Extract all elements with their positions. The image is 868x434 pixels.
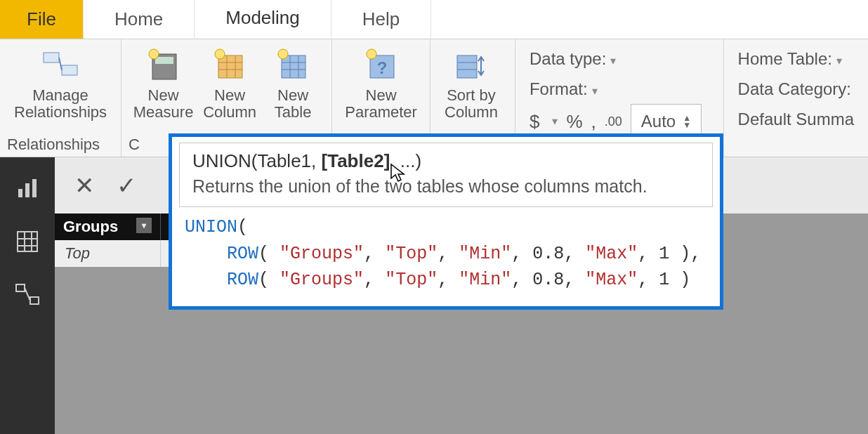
relationships-icon <box>41 45 80 84</box>
home-table-dropdown[interactable]: Home Table:▾ <box>738 44 854 74</box>
spinner-icon[interactable]: ▲▼ <box>683 114 691 129</box>
new-parameter-label: New Parameter <box>345 87 417 121</box>
new-table-label: New Table <box>275 87 312 121</box>
svg-rect-24 <box>18 189 22 197</box>
default-summarization-label: Default Summa <box>738 110 854 129</box>
model-view-button[interactable] <box>13 281 41 309</box>
new-parameter-button[interactable]: ? New Parameter <box>339 44 423 122</box>
tab-modeling[interactable]: Modeling <box>195 0 331 39</box>
format-dropdown[interactable]: Format:▾ <box>530 74 709 104</box>
data-view-button[interactable] <box>13 228 41 256</box>
manage-relationships-button[interactable]: Manage Relationships <box>7 44 114 122</box>
chevron-down-icon: ▾ <box>552 112 558 132</box>
intellisense-tooltip: UNION(Table1, [Table2], ...) Returns the… <box>179 143 713 207</box>
data-type-dropdown[interactable]: Data type:▾ <box>530 44 709 74</box>
new-measure-icon <box>144 45 183 84</box>
format-label: Format: <box>530 79 588 98</box>
svg-text:?: ? <box>376 58 387 77</box>
report-view-button[interactable] <box>13 174 41 202</box>
decimal-places-value: Auto <box>641 106 676 136</box>
svg-rect-4 <box>155 57 173 64</box>
new-parameter-icon: ? <box>362 45 401 84</box>
formula-cancel-button[interactable]: ✕ <box>70 171 98 199</box>
tab-file[interactable]: File <box>0 0 84 39</box>
svg-point-20 <box>367 49 376 59</box>
svg-rect-0 <box>44 53 59 63</box>
sort-icon <box>452 45 491 84</box>
sort-by-column-button[interactable]: Sort by Column <box>438 44 505 122</box>
tab-help[interactable]: Help <box>331 0 431 39</box>
column-filter-icon[interactable]: ▾ <box>136 218 152 233</box>
decimal-button[interactable]: .00 <box>605 110 622 133</box>
new-measure-button[interactable]: New Measure <box>129 44 198 122</box>
intellisense-signature: UNION(Table1, [Table2], ...) <box>192 150 699 172</box>
new-table-button[interactable]: New Table <box>261 44 324 122</box>
svg-rect-27 <box>18 232 37 251</box>
formula-code[interactable]: UNION( ROW( "Groups", "Top", "Min", 0.8,… <box>172 209 720 306</box>
chevron-down-icon: ▾ <box>592 85 598 97</box>
svg-point-5 <box>149 49 159 59</box>
sort-by-column-label: Sort by Column <box>445 87 498 121</box>
cell-groups: Top <box>55 240 160 267</box>
svg-line-2 <box>59 58 62 70</box>
svg-rect-32 <box>16 284 25 291</box>
data-category-dropdown[interactable]: Data Category: <box>738 74 854 104</box>
new-measure-label: New Measure <box>133 87 194 121</box>
data-type-label: Data type: <box>530 49 606 68</box>
new-column-icon <box>210 45 249 84</box>
formula-commit-button[interactable]: ✓ <box>112 171 140 199</box>
svg-rect-25 <box>25 183 29 197</box>
svg-line-34 <box>25 288 30 301</box>
svg-point-17 <box>278 49 288 59</box>
ribbon-tabbar: File Home Modeling Help <box>0 0 868 39</box>
home-table-label: Home Table: <box>738 49 832 68</box>
intellisense-popup: UNION(Table1, [Table2], ...) Returns the… <box>169 133 723 310</box>
svg-rect-33 <box>30 297 39 304</box>
chevron-down-icon: ▾ <box>610 55 616 67</box>
tab-home[interactable]: Home <box>84 0 195 39</box>
svg-rect-1 <box>62 65 77 75</box>
intellisense-description: Returns the union of the two tables whos… <box>192 176 699 197</box>
svg-rect-21 <box>457 55 477 78</box>
column-header-groups[interactable]: Groups ▾ <box>55 213 160 240</box>
manage-relationships-label: Manage Relationships <box>14 87 107 121</box>
chevron-down-icon: ▾ <box>836 55 842 67</box>
svg-rect-26 <box>32 179 37 197</box>
column-header-groups-label: Groups <box>63 218 118 235</box>
new-table-icon <box>273 45 313 84</box>
new-column-label: New Column <box>203 87 256 121</box>
default-summarization-dropdown[interactable]: Default Summa <box>738 104 854 134</box>
view-sidebar <box>0 157 55 434</box>
relationships-group-label: Relationships <box>7 134 114 155</box>
new-column-button[interactable]: New Column <box>198 44 261 122</box>
svg-point-11 <box>215 49 225 59</box>
data-category-label: Data Category: <box>738 79 851 98</box>
